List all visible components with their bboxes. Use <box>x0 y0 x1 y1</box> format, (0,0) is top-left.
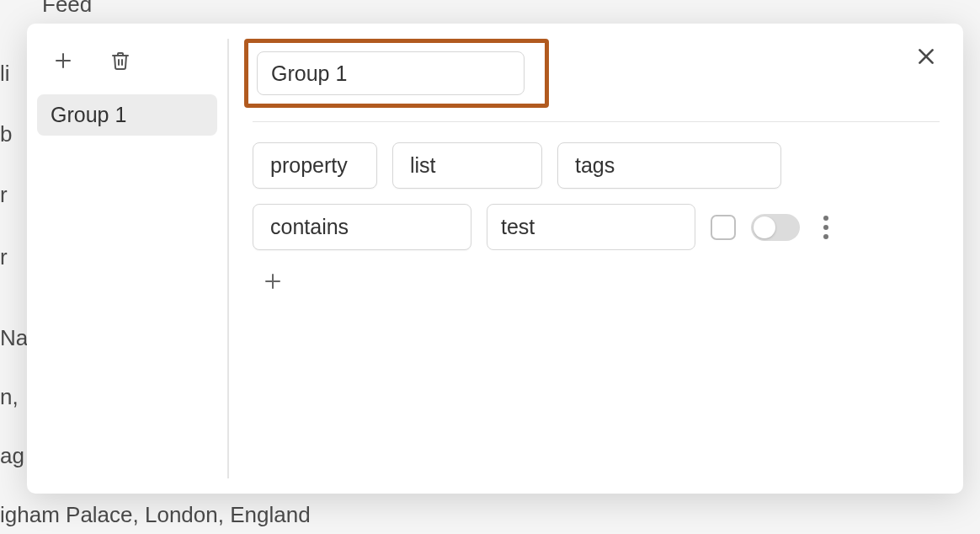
filter-scope-select[interactable]: list <box>392 142 542 189</box>
group-list: Group 1 <box>37 94 217 136</box>
filter-field-label: tags <box>575 153 615 177</box>
close-button[interactable] <box>909 40 943 74</box>
dot-icon <box>823 225 828 230</box>
bg-text: n, <box>0 384 19 410</box>
trash-icon <box>110 50 130 74</box>
filter-row-1: property list tags <box>253 142 940 189</box>
group-name-input[interactable] <box>257 51 525 95</box>
filter-kind-label: property <box>270 153 348 177</box>
filter-kind-select[interactable]: property <box>253 142 377 189</box>
bg-text: li <box>0 61 10 87</box>
sidebar-toolbar <box>37 40 217 94</box>
filter-more-button[interactable] <box>815 211 837 244</box>
plus-icon <box>53 51 73 73</box>
filter-field-select[interactable]: tags <box>557 142 781 189</box>
bg-text: igham Palace, London, England <box>0 502 311 528</box>
add-group-button[interactable] <box>49 47 77 76</box>
filter-operator-select[interactable]: contains <box>253 204 471 250</box>
plus-icon <box>263 271 283 294</box>
add-filter-button[interactable] <box>256 265 290 299</box>
dot-icon <box>823 234 828 239</box>
toggle-knob <box>754 216 775 238</box>
editor-content: property list tags contains <box>229 24 963 494</box>
sidebar-item-group[interactable]: Group 1 <box>37 94 217 136</box>
bg-text: r <box>0 244 8 270</box>
group-item-label: Group 1 <box>51 103 126 126</box>
bg-text: r <box>0 182 8 208</box>
horizontal-divider <box>253 121 940 122</box>
bg-text: ag <box>0 443 24 469</box>
filter-checkbox[interactable] <box>711 215 736 240</box>
delete-group-button[interactable] <box>106 47 135 76</box>
dot-icon <box>823 216 828 221</box>
bg-text: Na <box>0 325 28 351</box>
bg-text: Feed <box>42 0 92 18</box>
filter-toggle[interactable] <box>751 214 800 241</box>
filter-scope-label: list <box>410 153 436 177</box>
bg-text: b <box>0 121 12 147</box>
filter-row-2: contains <box>253 204 940 250</box>
filter-operator-label: contains <box>270 215 349 238</box>
close-icon <box>915 45 937 70</box>
groups-sidebar: Group 1 <box>27 24 227 494</box>
filter-value-input[interactable] <box>487 204 695 250</box>
group-name-highlight <box>244 39 549 108</box>
group-editor-modal: Group 1 property list tags <box>27 24 963 494</box>
